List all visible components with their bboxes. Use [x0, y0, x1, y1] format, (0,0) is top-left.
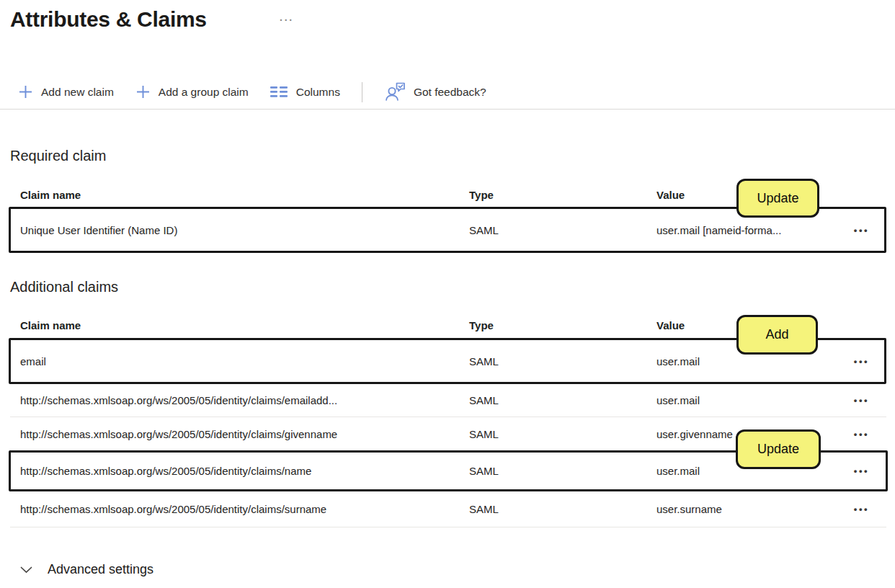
plus-icon — [135, 84, 151, 99]
claim-value-cell: user.mail — [656, 394, 840, 406]
claim-type-cell: SAML — [469, 355, 656, 368]
column-header-claim-name[interactable]: Claim name — [10, 189, 469, 201]
title-more-options-icon[interactable]: ··· — [278, 13, 295, 27]
more-options-icon[interactable]: ••• — [840, 225, 886, 236]
table-row-name[interactable]: http://schemas.xmlsoap.org/ws/2005/05/id… — [10, 451, 886, 491]
column-header-value[interactable]: Value — [656, 319, 840, 331]
additional-claims-table: Claim name Type Value email SAML user.ma… — [10, 312, 886, 527]
required-claim-heading: Required claim — [10, 148, 106, 164]
columns-button[interactable]: Columns — [270, 86, 340, 99]
attributes-claims-page: Attributes & Claims ··· Add new claim Ad… — [0, 0, 895, 588]
table-row-unique-user-identifier[interactable]: Unique User Identifier (Name ID) SAML us… — [10, 208, 886, 251]
table-row-emailaddress[interactable]: http://schemas.xmlsoap.org/ws/2005/05/id… — [10, 383, 886, 417]
claim-type-cell: SAML — [469, 428, 656, 440]
claim-name-cell[interactable]: http://schemas.xmlsoap.org/ws/2005/05/id… — [10, 394, 469, 406]
toolbar-divider — [362, 82, 362, 102]
claim-value-cell: user.givenname — [656, 428, 840, 440]
more-options-icon[interactable]: ••• — [840, 504, 886, 514]
more-options-icon[interactable]: ••• — [840, 395, 886, 406]
claim-value-cell: user.mail — [656, 355, 840, 368]
column-header-type[interactable]: Type — [469, 189, 656, 201]
claim-value-cell: user.surname — [656, 503, 840, 515]
claim-type-cell: SAML — [469, 465, 656, 477]
add-group-claim-button[interactable]: Add a group claim — [135, 84, 249, 99]
table-row-email[interactable]: email SAML user.mail ••• — [10, 339, 886, 383]
columns-label: Columns — [296, 86, 340, 99]
column-header-value[interactable]: Value — [656, 189, 840, 201]
required-claims-table: Claim name Type Value Unique User Identi… — [10, 182, 886, 251]
column-header-claim-name[interactable]: Claim name — [10, 319, 469, 331]
column-header-type[interactable]: Type — [469, 319, 656, 331]
command-bar: Add new claim Add a group claim — [0, 75, 895, 110]
plus-icon — [18, 84, 33, 99]
got-feedback-label: Got feedback? — [414, 86, 486, 99]
claim-value-cell: user.mail [nameid-forma... — [656, 224, 840, 236]
table-header-row: Claim name Type Value — [10, 312, 886, 339]
got-feedback-button[interactable]: Got feedback? — [384, 82, 486, 102]
claim-name-cell[interactable]: http://schemas.xmlsoap.org/ws/2005/05/id… — [10, 465, 469, 477]
columns-icon — [270, 86, 288, 98]
claim-type-cell: SAML — [469, 503, 656, 515]
table-row-surname[interactable]: http://schemas.xmlsoap.org/ws/2005/05/id… — [10, 491, 886, 527]
table-header-row: Claim name Type Value — [10, 182, 886, 208]
claim-type-cell: SAML — [469, 224, 656, 236]
add-group-claim-label: Add a group claim — [159, 86, 249, 99]
claim-name-cell[interactable]: email — [10, 355, 469, 368]
claim-value-cell: user.mail — [656, 465, 840, 477]
claim-name-cell[interactable]: http://schemas.xmlsoap.org/ws/2005/05/id… — [10, 428, 469, 440]
feedback-icon — [384, 82, 406, 102]
advanced-settings-label: Advanced settings — [48, 562, 153, 577]
more-options-icon[interactable]: ••• — [840, 429, 886, 440]
claim-type-cell: SAML — [469, 394, 656, 406]
page-title: Attributes & Claims — [10, 7, 207, 32]
add-new-claim-button[interactable]: Add new claim — [18, 84, 114, 99]
claim-name-cell[interactable]: Unique User Identifier (Name ID) — [10, 224, 469, 236]
table-row-givenname[interactable]: http://schemas.xmlsoap.org/ws/2005/05/id… — [10, 417, 886, 451]
advanced-settings-toggle[interactable]: Advanced settings — [20, 562, 153, 577]
more-options-icon[interactable]: ••• — [840, 466, 886, 476]
chevron-down-icon — [20, 566, 32, 574]
add-new-claim-label: Add new claim — [41, 86, 114, 99]
claim-name-cell[interactable]: http://schemas.xmlsoap.org/ws/2005/05/id… — [10, 503, 469, 515]
additional-claims-heading: Additional claims — [10, 279, 118, 295]
more-options-icon[interactable]: ••• — [840, 356, 886, 367]
